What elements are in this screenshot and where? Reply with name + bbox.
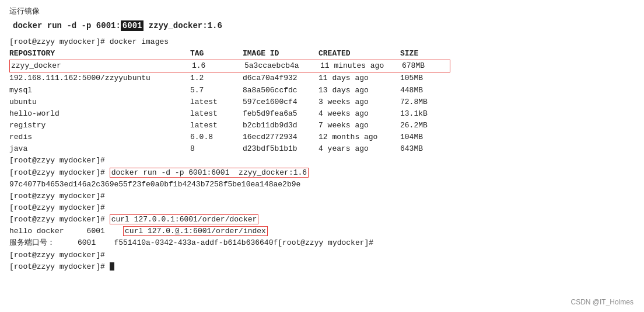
row-created-4: 4 weeks ago bbox=[318, 108, 400, 120]
row-size-6: 104MB bbox=[400, 131, 447, 143]
col-header-repo: REPOSITORY bbox=[9, 48, 190, 60]
row-id-5: b2cb11db9d3d bbox=[243, 120, 318, 131]
row-created-0: 11 minutes ago bbox=[320, 60, 402, 72]
col-header-created: CREATED bbox=[318, 48, 400, 60]
prompt-line-2: [root@zzyy mydocker]# bbox=[9, 190, 635, 202]
cmd-docker-images: [root@zzyy mydocker]# docker images bbox=[9, 36, 635, 48]
table-row: 192.168.111.162:5000/zzyyubuntu1.2d6ca70… bbox=[9, 72, 635, 84]
docker-run-cmd-line: [root@zzyy mydocker]# docker run -d -p 6… bbox=[9, 167, 635, 179]
docker-run-bordered: docker run -d -p 6001:6001 zzyy_docker:1… bbox=[110, 168, 309, 178]
row-repo-0: zzyy_docker bbox=[11, 60, 192, 72]
row-repo-6: redis bbox=[9, 131, 190, 143]
row-id-4: feb5d9fea6a5 bbox=[243, 108, 318, 120]
row-tag-0: 1.6 bbox=[192, 60, 244, 72]
table-row: zzyy_docker1.65a3ccaebcb4a11 minutes ago… bbox=[9, 60, 635, 72]
row-repo-5: registry bbox=[9, 120, 190, 131]
col-header-tag: TAG bbox=[190, 48, 243, 60]
prompt-line-3: [root@zzyy mydocker]# bbox=[9, 202, 635, 214]
row-tag-7: 8 bbox=[190, 143, 243, 155]
table-row: hello-worldlatestfeb5d9fea6a54 weeks ago… bbox=[9, 108, 635, 120]
col-header-size: SIZE bbox=[400, 48, 447, 60]
row-tag-2: 5.7 bbox=[190, 85, 243, 96]
row-tag-5: latest bbox=[190, 120, 243, 131]
row-id-1: d6ca70a4f932 bbox=[243, 72, 318, 84]
row-repo-2: mysql bbox=[9, 85, 190, 96]
row-tag-3: latest bbox=[190, 96, 243, 108]
port-highlight: 6001 bbox=[121, 20, 144, 31]
docker-run-prefix: docker run -d -p 6001: bbox=[13, 21, 121, 30]
table-row: mysql5.78a8a506ccfdc13 days ago448MB bbox=[9, 85, 635, 96]
row-created-5: 7 weeks ago bbox=[318, 120, 400, 131]
table-row: java8d23bdf5b1b1b4 years ago643MB bbox=[9, 143, 635, 155]
row-created-3: 3 weeks ago bbox=[318, 96, 400, 108]
prompt-line-1: [root@zzyy mydocker]# bbox=[9, 155, 635, 167]
table-row: ubuntulatest597ce1600cf43 weeks ago72.8M… bbox=[9, 96, 635, 108]
row-size-5: 26.2MB bbox=[400, 120, 447, 131]
container-id-line: 97c4077b4653ed146a2c369e55f23fe0a0bf1b42… bbox=[9, 179, 635, 190]
row-repo-4: hello-world bbox=[9, 108, 190, 120]
row-size-1: 105MB bbox=[400, 72, 447, 84]
row-repo-3: ubuntu bbox=[9, 96, 190, 108]
row-tag-4: latest bbox=[190, 108, 243, 120]
docker-run-suffix: zzyy_docker:1.6 bbox=[144, 21, 222, 30]
row-repo-1: 192.168.111.162:5000/zzyyubuntu bbox=[9, 72, 190, 84]
row-created-7: 4 years ago bbox=[318, 143, 400, 155]
top-bar: 运行镜像 bbox=[9, 6, 635, 16]
row-id-2: 8a8a506ccfdc bbox=[243, 85, 318, 96]
prompt-cursor-line: [root@zzyy mydocker]# bbox=[9, 261, 635, 273]
col-header-id: IMAGE ID bbox=[243, 48, 318, 60]
table-row: registrylatestb2cb11db9d3d7 weeks ago26.… bbox=[9, 120, 635, 131]
curl1-bordered: curl 127.0.0.1:6001/order/docker bbox=[110, 214, 259, 224]
footer-brand: CSDN @IT_Holmes bbox=[570, 298, 634, 306]
curl-response-line: hello docker 6001 curl 127.0.0.1:6001/or… bbox=[9, 226, 635, 237]
terminal-wrapper: 运行镜像 docker run -d -p 6001:6001 zzyy_doc… bbox=[0, 0, 644, 312]
row-created-2: 13 days ago bbox=[318, 85, 400, 96]
row-size-0: 678MB bbox=[402, 60, 449, 72]
row-id-6: 16ecd2772934 bbox=[243, 131, 318, 143]
table-row: redis6.0.816ecd277293412 months ago104MB bbox=[9, 131, 635, 143]
row-size-2: 448MB bbox=[400, 85, 447, 96]
row-id-3: 597ce1600cf4 bbox=[243, 96, 318, 108]
cursor-block bbox=[110, 262, 114, 271]
row-id-7: d23bdf5b1b1b bbox=[243, 143, 318, 155]
row-size-4: 13.1kB bbox=[400, 108, 447, 120]
row-tag-1: 1.2 bbox=[190, 72, 243, 84]
service-port-line: 服务端口号： 6001 f551410a-0342-433a-addf-b614… bbox=[9, 237, 635, 249]
curl2-bordered: curl 127.0.0.1:6001/order/index bbox=[123, 226, 268, 236]
row-id-0: 5a3ccaebcb4a bbox=[244, 60, 320, 72]
prompt-line-4: [root@zzyy mydocker]# bbox=[9, 249, 635, 261]
curl1-line: [root@zzyy mydocker]# curl 127.0.0.1:600… bbox=[9, 214, 635, 226]
table-header: REPOSITORYTAGIMAGE IDCREATEDSIZE bbox=[9, 48, 635, 60]
row-size-3: 72.8MB bbox=[400, 96, 447, 108]
docker-run-header: docker run -d -p 6001:6001 zzyy_docker:1… bbox=[9, 19, 635, 33]
row-size-7: 643MB bbox=[400, 143, 447, 155]
terminal-content: [root@zzyy mydocker]# docker images REPO… bbox=[9, 36, 635, 273]
row-created-1: 11 days ago bbox=[318, 72, 400, 84]
row-repo-7: java bbox=[9, 143, 190, 155]
row-created-6: 12 months ago bbox=[318, 131, 400, 143]
row-tag-6: 6.0.8 bbox=[190, 131, 243, 143]
